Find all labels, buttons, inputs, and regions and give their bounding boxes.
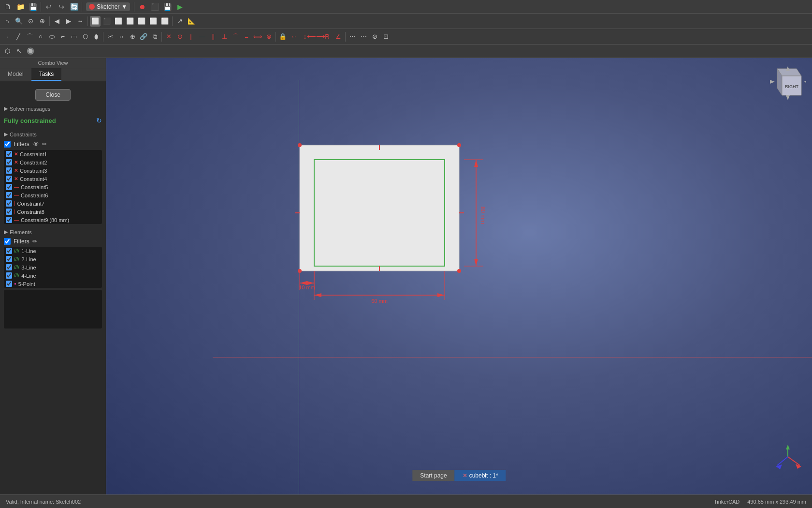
c9-check[interactable] xyxy=(6,217,12,223)
external-tool[interactable]: 🔗 xyxy=(138,31,149,42)
element-item[interactable]: //// 4-Line xyxy=(4,271,102,280)
save-btn[interactable]: 💾 xyxy=(27,1,39,13)
copy-tool[interactable]: ⧉ xyxy=(149,31,160,42)
extend-tool[interactable]: ↔ xyxy=(116,31,127,42)
filters-checkbox[interactable] xyxy=(4,141,11,148)
parallel-con[interactable]: ∥ xyxy=(208,31,218,42)
c5-check[interactable] xyxy=(6,184,12,190)
more-con[interactable]: ⋯ xyxy=(347,31,358,42)
e2-check[interactable] xyxy=(6,256,12,262)
ellipse-tool[interactable]: ⬭ xyxy=(46,31,57,42)
c1-check[interactable] xyxy=(6,151,12,157)
eye-icon[interactable]: 👁 xyxy=(32,140,39,148)
new-file-btn[interactable]: 🗋 xyxy=(2,1,14,13)
cube-down-arrow[interactable] xyxy=(786,95,790,100)
record-btn[interactable]: ⏺ xyxy=(136,1,148,13)
more3-con[interactable]: ⊡ xyxy=(380,31,391,42)
e1-check[interactable] xyxy=(6,248,12,254)
play-btn[interactable]: ▶ xyxy=(174,1,186,13)
angle-con[interactable]: ∠ xyxy=(333,31,344,42)
element-item[interactable]: //// 2-Line xyxy=(4,255,102,263)
vertical-con[interactable]: | xyxy=(186,31,196,42)
cube-right-arrow[interactable] xyxy=(804,80,806,84)
arc-tool[interactable]: ⌒ xyxy=(24,31,35,42)
e3-check[interactable] xyxy=(6,264,12,270)
nav-fwd-icon[interactable]: ▶ xyxy=(63,16,74,27)
circle-tool[interactable]: ○ xyxy=(35,31,46,42)
equal-con[interactable]: = xyxy=(241,31,252,42)
elements-filters-checkbox[interactable] xyxy=(4,238,11,245)
c7-check[interactable] xyxy=(6,200,12,207)
measure-icon[interactable]: 📐 xyxy=(186,16,197,27)
polygon-tool[interactable]: ⬡ xyxy=(80,31,90,42)
drive-con[interactable]: ⊘ xyxy=(369,31,380,42)
cubebit-tab[interactable]: ✕ cubebit : 1* xyxy=(455,470,506,481)
view-rear-icon[interactable]: ⬜ xyxy=(136,16,147,27)
element-item[interactable]: //// 3-Line xyxy=(4,263,102,271)
dist-con[interactable]: ⟵⟶ xyxy=(311,31,321,42)
cursor-icon[interactable]: ↗ xyxy=(174,16,185,27)
split-tool[interactable]: ⊕ xyxy=(127,31,138,42)
c4-check[interactable] xyxy=(6,176,12,182)
start-page-tab[interactable]: Start page xyxy=(412,470,454,481)
coincident-con[interactable]: ✕ xyxy=(163,31,174,42)
redo-btn[interactable]: ↪ xyxy=(56,1,67,13)
viewport[interactable]: RIGHT xyxy=(106,58,812,494)
zoom-in-icon[interactable]: ⊕ xyxy=(37,16,47,27)
element-item[interactable]: ● 5-Point xyxy=(4,280,102,288)
point-on-con[interactable]: ⊙ xyxy=(174,31,185,42)
constraint-item[interactable]: ✕ Constraint1 xyxy=(4,150,102,158)
open-file-btn[interactable]: 📁 xyxy=(14,1,26,13)
point-tool[interactable]: · xyxy=(2,31,13,42)
constraint-item[interactable]: — Constraint6 xyxy=(4,191,102,199)
view-right-icon[interactable]: ⬜ xyxy=(125,16,135,27)
close-tab-icon[interactable]: ✕ xyxy=(463,472,467,479)
tab-tasks[interactable]: Tasks xyxy=(31,68,62,81)
fit-selection-icon[interactable]: ⊙ xyxy=(25,16,36,27)
h-dist-con[interactable]: ↔ xyxy=(289,31,299,42)
constraint-item[interactable]: ✕ Constraint2 xyxy=(4,158,102,166)
stop-btn[interactable]: ⬛ xyxy=(149,1,160,13)
view-top-icon[interactable]: ⬜ xyxy=(113,16,124,27)
block-con[interactable]: ⊗ xyxy=(263,31,274,42)
c8-check[interactable] xyxy=(6,209,12,215)
save2-btn[interactable]: 💾 xyxy=(161,1,173,13)
perpendicular-con[interactable]: ⊥ xyxy=(219,31,230,42)
close-button[interactable]: Close xyxy=(35,89,71,101)
nav-back-icon[interactable]: ◀ xyxy=(52,16,62,27)
constraint-item[interactable]: ✕ Constraint3 xyxy=(4,166,102,175)
cube-left-arrow[interactable] xyxy=(770,80,775,84)
home-icon[interactable]: ⌂ xyxy=(2,16,13,27)
pointer-icon[interactable]: ↖ xyxy=(14,46,24,57)
constraint-item[interactable]: ✕ Constraint4 xyxy=(4,175,102,183)
pencil-icon[interactable]: ✏ xyxy=(42,141,47,148)
constraint-item[interactable]: — Constraint9 (80 mm) xyxy=(4,216,102,224)
fit-all-icon[interactable]: 🔍 xyxy=(14,16,24,27)
undo-btn[interactable]: ↩ xyxy=(43,1,55,13)
tangent-con[interactable]: ⌒ xyxy=(230,31,241,42)
c6-check[interactable] xyxy=(6,192,12,198)
app-selector[interactable]: Sketcher ▼ xyxy=(86,2,130,11)
elements-pencil-icon[interactable]: ✏ xyxy=(32,238,37,245)
refresh-btn[interactable]: 🔄 xyxy=(68,1,80,13)
radius-con[interactable]: R xyxy=(322,31,333,42)
c2-check[interactable] xyxy=(6,159,12,165)
horizontal-con[interactable]: — xyxy=(197,31,207,42)
lock-con[interactable]: 🔒 xyxy=(277,31,288,42)
element-item[interactable]: //// 1-Line xyxy=(4,247,102,255)
constraint-item[interactable]: | Constraint7 xyxy=(4,199,102,208)
more2-con[interactable]: ⋯ xyxy=(358,31,369,42)
sel-mode-icon[interactable]: ⬡ xyxy=(2,46,13,57)
trim-tool[interactable]: ✂ xyxy=(105,31,116,42)
view-front-icon[interactable]: ⬛ xyxy=(102,16,112,27)
polyline-tool[interactable]: ⌐ xyxy=(58,31,68,42)
refresh-icon[interactable]: ↻ xyxy=(96,117,102,124)
tab-model[interactable]: Model xyxy=(0,68,31,81)
view-left-icon[interactable]: ⬜ xyxy=(160,16,170,27)
view-bottom-icon[interactable]: ⬜ xyxy=(148,16,159,27)
line-tool[interactable]: ╱ xyxy=(13,31,24,42)
rect-tool[interactable]: ▭ xyxy=(69,31,79,42)
constraint-item[interactable]: | Constraint8 xyxy=(4,208,102,216)
c3-check[interactable] xyxy=(6,167,12,174)
sync-icon[interactable]: ↔ xyxy=(75,16,86,27)
